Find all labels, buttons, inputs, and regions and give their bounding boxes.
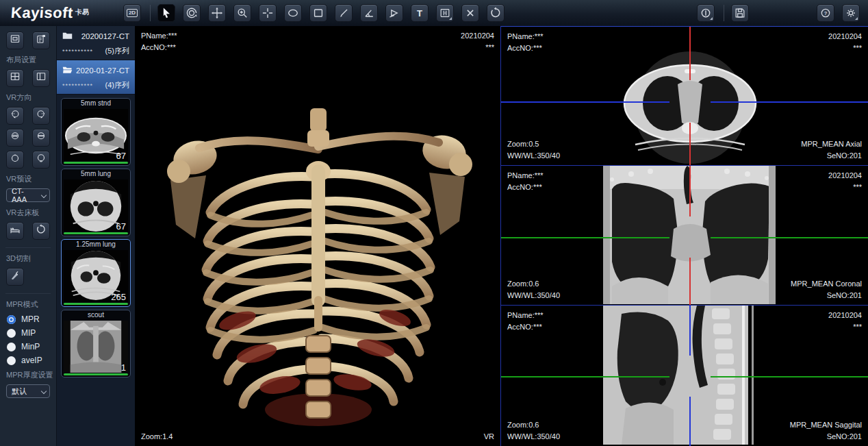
save-icon <box>733 6 747 20</box>
coronal-crosshair-h-green[interactable] <box>711 237 868 238</box>
scalpel-cut-button[interactable] <box>6 268 24 286</box>
rect-roi-tool-button[interactable] <box>309 4 327 22</box>
power-preset-button[interactable] <box>697 4 715 22</box>
series-info-overlay: MPR_MEAN Saggital SeNO:201 <box>790 419 862 442</box>
remove-bed-button[interactable] <box>6 222 24 240</box>
zoom-tool-button[interactable] <box>233 4 251 22</box>
tool-2d-button[interactable]: 2D <box>123 4 141 22</box>
coronal-crosshair-h-green[interactable] <box>501 237 669 238</box>
cut-3d-label: 3D切割 <box>0 251 56 267</box>
mpr-thickness-label: MPR厚度设置 <box>0 367 56 383</box>
thumbnail-progress-bar <box>64 373 128 375</box>
axial-crosshair-v-red[interactable] <box>689 123 691 165</box>
vr-head-bottom-button[interactable] <box>32 151 50 169</box>
thumbnail-scout[interactable]: scout 1 <box>61 310 131 377</box>
axial-crosshair-h-blue[interactable] <box>501 101 669 103</box>
zoom-value: Zoom:1.4 <box>141 431 173 443</box>
ellipse-roi-tool-button[interactable] <box>284 4 302 22</box>
layout-grid-2x2-button[interactable] <box>6 69 24 87</box>
thumbnail-1-25mm-lung[interactable]: 1.25mm lung 265 <box>61 239 131 307</box>
zoom-wwwl-overlay: Zoom:0.5 WW/WL:350/40 <box>507 138 560 161</box>
zoom-value: Zoom:0.6 <box>507 278 560 290</box>
thumbnail-5mm-lung[interactable]: 5mm lung 67 <box>61 169 131 236</box>
coronal-crosshair-v-red[interactable] <box>689 258 691 305</box>
thumbnail-label: 5mm stnd <box>62 99 130 107</box>
text-tool-button[interactable]: T <box>411 4 429 22</box>
cursor-tool-button[interactable] <box>157 4 175 22</box>
logo-brand: Kayisoft <box>10 4 74 22</box>
patient-name: PName:*** <box>507 31 544 42</box>
angle-tool-button[interactable] <box>360 4 378 22</box>
thumbnail-5mm-stnd[interactable]: 5mm stnd <box>61 98 131 166</box>
sagittal-crosshair-v-blue[interactable] <box>689 306 691 356</box>
head-top-icon <box>9 152 21 167</box>
vr-preset-select[interactable]: CT-AAA <box>6 188 50 202</box>
vr-head-front-button[interactable] <box>6 129 24 147</box>
mpr-mode-option-mip[interactable]: MIP <box>0 326 56 340</box>
save-button[interactable] <box>731 4 749 22</box>
rotate-3d-tool-button[interactable] <box>183 4 201 22</box>
series-panel: 20200127-CT ********** (5)序列 2020-01-27-… <box>57 26 135 446</box>
coronal-viewport[interactable]: PName:*** AccNO:*** 20210204 *** Zoom:0.… <box>501 166 868 306</box>
vr-head-top-button[interactable] <box>6 151 24 169</box>
patient-name: PName:*** <box>141 30 177 42</box>
study-item-2020-01-27[interactable]: 2020-01-27-CT ********** (4)序列 <box>57 60 135 95</box>
mpr-mode-option-aveip[interactable]: aveIP <box>0 354 56 367</box>
axial-crosshair-h-blue[interactable] <box>711 101 868 103</box>
settings-button[interactable] <box>842 4 860 22</box>
pencil-tool-button[interactable] <box>335 4 353 22</box>
study-title: 2020-01-27-CT <box>76 66 129 75</box>
cobb-angle-tool-button[interactable] <box>385 4 403 22</box>
vr-preset-label: VR预设 <box>0 171 56 187</box>
left-sidebar: 布局设置 VR方向 VR预设 CT-AAA V <box>0 26 57 446</box>
accession-number: AccNO:*** <box>507 182 544 193</box>
view-type-overlay: VR <box>484 431 494 443</box>
coronal-crosshair-v-red[interactable] <box>689 166 691 216</box>
help-button[interactable]: ? <box>817 4 834 22</box>
study-date-overlay: 20210204 *** <box>828 170 862 193</box>
sagittal-crosshair-v-blue[interactable] <box>689 397 691 446</box>
crosshair-tool-button[interactable] <box>259 4 277 22</box>
zoom-icon <box>235 6 249 20</box>
sagittal-crosshair-h-green[interactable] <box>501 376 669 377</box>
thumbnail-progress-bar <box>64 162 128 164</box>
accession-number: AccNO:*** <box>507 321 544 333</box>
reset-view-button[interactable] <box>487 4 505 22</box>
reset-icon <box>35 223 47 238</box>
sagittal-viewport[interactable]: PName:*** AccNO:*** 20210204 *** Zoom:0.… <box>501 306 868 446</box>
vr-head-right-button[interactable] <box>32 107 50 125</box>
delete-annotation-button[interactable] <box>461 4 479 22</box>
chevron-down-icon <box>41 193 47 198</box>
ruler-panel-tool-button[interactable] <box>436 4 454 22</box>
layout-left-column-button[interactable] <box>32 69 50 87</box>
series-number: SeNO:201 <box>801 150 862 162</box>
svg-text:?: ? <box>824 10 828 16</box>
window-level: WW/WL:350/40 <box>507 290 560 301</box>
vr-viewport[interactable]: PName:*** AccNO:*** 20210204 *** Zoom:1.… <box>135 26 500 446</box>
mpr-option-label: aveIP <box>21 356 42 365</box>
sidebar-divider <box>5 293 51 294</box>
patient-overlay: PName:*** AccNO:*** <box>507 31 544 53</box>
zoom-value: Zoom:0.5 <box>507 138 560 150</box>
study-item-20200127[interactable]: 20200127-CT ********** (5)序列 <box>57 26 135 60</box>
mpr-mode-option-minp[interactable]: MinP <box>0 340 56 354</box>
view-name: MPR_MEAN Axial <box>801 138 862 150</box>
layout-preset-1-button[interactable] <box>6 32 24 49</box>
sagittal-crosshair-h-green[interactable] <box>711 376 868 377</box>
vr-head-back-button[interactable] <box>32 129 50 147</box>
layout-preset-2-button[interactable] <box>32 32 50 49</box>
series-info-overlay: MPR_MEAN Coronal SeNO:201 <box>791 278 862 301</box>
axial-viewport[interactable]: PName:*** AccNO:*** 20210204 *** Zoom:0.… <box>501 26 868 166</box>
mpr-mode-option-mpr[interactable]: MPR <box>0 312 56 326</box>
angle-icon <box>362 6 376 20</box>
mpr-thickness-select[interactable]: 默认 <box>6 384 50 398</box>
vr-head-left-button[interactable] <box>6 107 24 125</box>
axial-crosshair-v-red[interactable] <box>689 27 691 80</box>
thumbnail-image-count: 1 <box>121 362 126 373</box>
pan-icon <box>210 6 224 20</box>
view-name: MPR_MEAN Coronal <box>791 278 862 290</box>
pan-tool-button[interactable] <box>208 4 226 22</box>
restore-bed-button[interactable] <box>32 222 50 240</box>
masked-value: *** <box>828 321 862 333</box>
thumbnail-label: 5mm lung <box>62 169 130 177</box>
